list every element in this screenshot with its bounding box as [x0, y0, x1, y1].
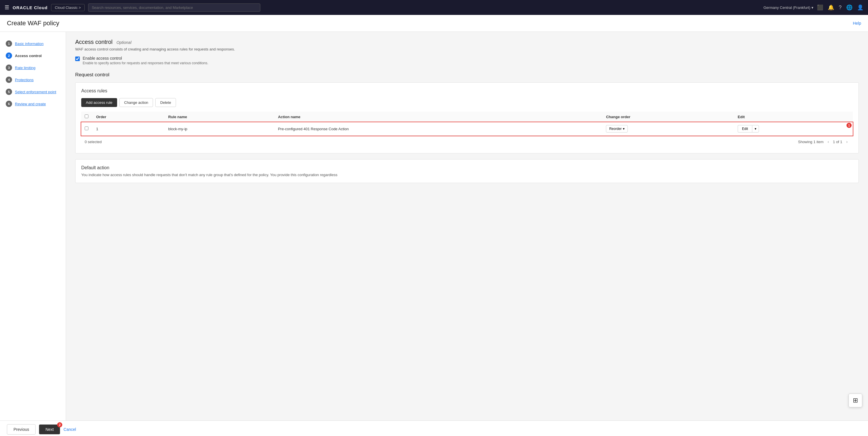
cloud-classic-button[interactable]: Cloud Classic >: [51, 4, 85, 11]
sidebar-item-protections[interactable]: 4 Protections: [0, 74, 66, 86]
reorder-button[interactable]: Reorder ▾: [606, 125, 627, 133]
sidebar-label-review-create[interactable]: Review and create: [15, 102, 46, 106]
step-num-5: 5: [6, 89, 12, 95]
delete-button[interactable]: Delete: [155, 98, 176, 107]
chevron-down-icon: ▾: [811, 5, 813, 10]
edit-btn-group: Edit ▾ 1: [738, 125, 849, 133]
oracle-logo: ORACLE Cloud: [12, 5, 48, 10]
default-action-title: Default action: [81, 165, 853, 170]
row-action-name: Pre-configured 401 Response Code Action: [274, 122, 602, 136]
col-edit: Edit: [734, 111, 853, 122]
section-description: WAF access control consists of creating …: [75, 47, 859, 52]
previous-button[interactable]: Previous: [7, 424, 36, 435]
sidebar-label-basic-information[interactable]: Basic information: [15, 42, 43, 46]
step-num-1: 1: [6, 40, 12, 47]
sidebar: 1 Basic information 2 Access control 3 R…: [0, 32, 66, 421]
content-area: Access control Optional WAF access contr…: [66, 32, 868, 421]
step-num-6: 6: [6, 101, 12, 107]
page-header: Create WAF policy Help: [0, 15, 868, 32]
globe-icon[interactable]: 🌐: [846, 4, 852, 11]
console-icon[interactable]: ⬛: [817, 4, 823, 11]
default-action-card: Default action You indicate how access r…: [75, 159, 859, 183]
row-reorder-cell: Reorder ▾: [602, 122, 734, 136]
row-badge: 1: [846, 123, 851, 128]
step-num-4: 4: [6, 76, 12, 83]
edit-dropdown-button[interactable]: ▾: [752, 125, 759, 133]
region-selector[interactable]: Germany Central (Frankfurt) ▾: [764, 5, 813, 10]
col-rule-name: Rule name: [165, 111, 274, 122]
col-checkbox: [81, 111, 93, 122]
row-order: 1: [93, 122, 165, 136]
table-row: 1 block-my-ip Pre-configured 401 Respons…: [81, 122, 853, 136]
nav-icons: ⬛ 🔔 ? 🌐 👤: [817, 4, 863, 11]
prev-page-button[interactable]: ‹: [826, 139, 831, 144]
optional-tag: Optional: [117, 40, 131, 45]
sidebar-item-access-control[interactable]: 2 Access control: [0, 49, 66, 62]
access-rules-card: Access rules Add access rule Change acti…: [75, 82, 859, 154]
enable-access-control-sublabel: Enable to specify actions for requests a…: [83, 61, 208, 65]
search-input[interactable]: [88, 3, 260, 12]
row-edit-cell: Edit ▾ 1: [734, 122, 853, 136]
page-info: 1 of 1: [833, 140, 842, 144]
sidebar-item-review-create[interactable]: 6 Review and create: [0, 98, 66, 110]
col-change-order: Change order: [602, 111, 734, 122]
step-num-2: 2: [6, 53, 12, 59]
table-footer: 0 selected Showing 1 item ‹ 1 of 1 ›: [81, 136, 853, 147]
step-num-3: 3: [6, 65, 12, 71]
sidebar-item-rate-limiting[interactable]: 3 Rate limiting: [0, 62, 66, 74]
next-button[interactable]: Next: [39, 425, 60, 434]
selected-count: 0 selected: [85, 140, 102, 144]
sidebar-label-access-control: Access control: [15, 54, 42, 58]
showing-label: Showing 1 item: [798, 140, 824, 144]
sidebar-label-rate-limiting[interactable]: Rate limiting: [15, 66, 36, 70]
main-layout: 1 Basic information 2 Access control 3 R…: [0, 32, 868, 421]
page-title: Create WAF policy: [7, 20, 59, 27]
enable-access-control-row: Enable access control Enable to specify …: [75, 56, 859, 65]
table-toolbar: Add access rule Change action Delete: [81, 98, 853, 107]
menu-icon[interactable]: ☰: [5, 4, 9, 11]
enable-access-control-checkbox[interactable]: [75, 57, 80, 61]
access-control-title: Access control Optional: [75, 39, 859, 45]
row-checkbox-cell: [81, 122, 93, 136]
sidebar-item-basic-information[interactable]: 1 Basic information: [0, 38, 66, 49]
next-page-button[interactable]: ›: [844, 139, 849, 144]
bell-icon[interactable]: 🔔: [828, 4, 834, 11]
row-checkbox[interactable]: [85, 127, 88, 130]
user-icon[interactable]: 👤: [857, 4, 863, 11]
enable-access-control-label[interactable]: Enable access control: [83, 56, 122, 61]
next-btn-wrapper: Next 2: [39, 425, 60, 434]
bottom-bar: Previous Next 2 Cancel: [0, 421, 868, 436]
row-rule-name: block-my-ip: [165, 122, 274, 136]
support-widget[interactable]: ⊞: [848, 394, 862, 407]
change-action-button[interactable]: Change action: [119, 98, 153, 107]
pagination: Showing 1 item ‹ 1 of 1 ›: [798, 139, 849, 144]
help-link[interactable]: Help: [853, 21, 861, 26]
sidebar-item-select-enforcement[interactable]: 5 Select enforcement point: [0, 86, 66, 98]
sidebar-label-protections[interactable]: Protections: [15, 78, 34, 82]
top-navigation: ☰ ORACLE Cloud Cloud Classic > Germany C…: [0, 0, 868, 15]
select-all-checkbox[interactable]: [85, 114, 88, 118]
col-action-name: Action name: [274, 111, 602, 122]
access-rules-table: Order Rule name Action name Change order…: [81, 111, 853, 136]
region-label: Germany Central (Frankfurt): [764, 5, 810, 10]
default-action-desc: You indicate how access rules should han…: [81, 173, 853, 177]
edit-button[interactable]: Edit: [738, 125, 752, 133]
chevron-down-icon: ▾: [623, 127, 625, 131]
support-widget-icon: ⊞: [853, 397, 858, 404]
access-rules-card-title: Access rules: [81, 88, 853, 94]
sidebar-label-select-enforcement[interactable]: Select enforcement point: [15, 90, 56, 94]
cancel-button[interactable]: Cancel: [63, 427, 76, 432]
add-access-rule-button[interactable]: Add access rule: [81, 98, 117, 107]
next-badge: 2: [57, 422, 62, 427]
col-order: Order: [93, 111, 165, 122]
request-control-title: Request control: [75, 72, 859, 78]
help-icon[interactable]: ?: [839, 5, 842, 11]
